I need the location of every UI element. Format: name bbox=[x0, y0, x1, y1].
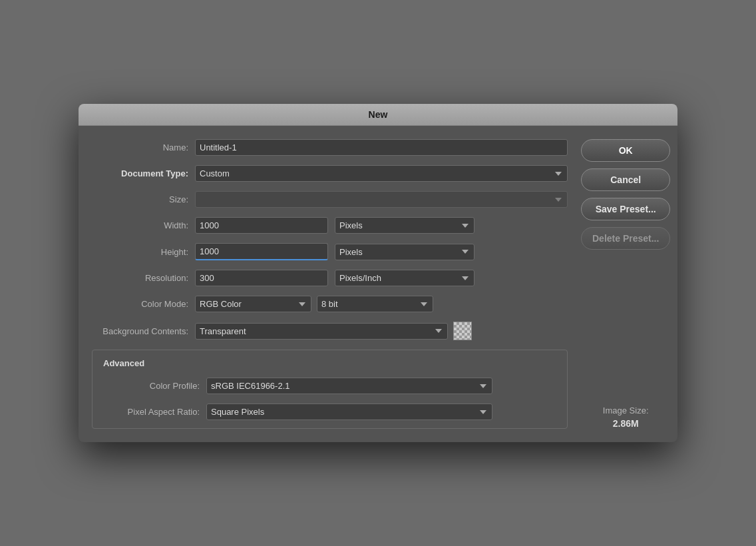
height-input[interactable] bbox=[195, 243, 328, 260]
advanced-title: Advanced bbox=[103, 358, 556, 368]
size-label: Size: bbox=[92, 194, 195, 204]
height-label: Height: bbox=[92, 247, 195, 257]
resolution-input[interactable] bbox=[195, 270, 328, 286]
bg-contents-row: Background Contents: Transparent White B… bbox=[92, 322, 568, 340]
bit-depth-select[interactable]: 8 bit 16 bit 32 bit bbox=[317, 296, 433, 312]
doc-type-label: Document Type: bbox=[92, 168, 195, 178]
new-document-dialog: New Name: Document Type: Custom Default … bbox=[79, 104, 677, 442]
resolution-label: Resolution: bbox=[92, 273, 195, 283]
width-input[interactable] bbox=[195, 217, 328, 234]
size-row: Size: bbox=[92, 191, 568, 208]
image-size-section: Image Size: 2.86M bbox=[581, 392, 670, 429]
pixel-aspect-select[interactable]: Square Pixels D1/DV NTSC (0.91) D1/DV PA… bbox=[206, 404, 492, 420]
color-mode-select[interactable]: Bitmap Grayscale RGB Color CMYK Color La… bbox=[195, 296, 311, 312]
name-label: Name: bbox=[92, 142, 195, 152]
title-text: New bbox=[369, 109, 388, 120]
pixel-aspect-row: Pixel Aspect Ratio: Square Pixels D1/DV … bbox=[103, 404, 556, 420]
doc-type-select[interactable]: Custom Default Photoshop Size Letter Leg… bbox=[195, 165, 568, 182]
color-profile-label: Color Profile: bbox=[103, 381, 206, 391]
width-label: Width: bbox=[92, 220, 195, 230]
advanced-group: Advanced Color Profile: sRGB IEC61966-2.… bbox=[92, 350, 568, 429]
image-size-value: 2.86M bbox=[581, 418, 670, 429]
cancel-button[interactable]: Cancel bbox=[581, 168, 670, 191]
name-row: Name: bbox=[92, 139, 568, 156]
button-area: OK Cancel Save Preset... Delete Preset..… bbox=[581, 139, 670, 429]
size-select[interactable] bbox=[195, 191, 568, 208]
color-profile-row: Color Profile: sRGB IEC61966-2.1 Adobe R… bbox=[103, 378, 556, 394]
color-profile-select[interactable]: sRGB IEC61966-2.1 Adobe RGB (1998) ProPh… bbox=[206, 378, 492, 394]
height-unit-select[interactable]: Pixels Inches Centimeters Millimeters Po… bbox=[335, 244, 474, 260]
delete-preset-button[interactable]: Delete Preset... bbox=[581, 227, 670, 250]
bg-color-swatch[interactable] bbox=[453, 322, 472, 340]
resolution-row: Resolution: Pixels/Inch Pixels/Centimete… bbox=[92, 270, 568, 286]
save-preset-button[interactable]: Save Preset... bbox=[581, 198, 670, 220]
name-input[interactable] bbox=[195, 139, 568, 156]
ok-button[interactable]: OK bbox=[581, 139, 670, 162]
form-area: Name: Document Type: Custom Default Phot… bbox=[92, 139, 568, 429]
pixel-aspect-label: Pixel Aspect Ratio: bbox=[103, 407, 206, 417]
width-row: Width: Pixels Inches Centimeters Millime… bbox=[92, 217, 568, 234]
color-mode-row: Color Mode: Bitmap Grayscale RGB Color C… bbox=[92, 296, 568, 312]
color-mode-label: Color Mode: bbox=[92, 299, 195, 309]
bg-contents-label: Background Contents: bbox=[92, 326, 195, 336]
resolution-unit-select[interactable]: Pixels/Inch Pixels/Centimeter bbox=[335, 270, 474, 286]
image-size-label: Image Size: bbox=[581, 406, 670, 415]
doc-type-row: Document Type: Custom Default Photoshop … bbox=[92, 165, 568, 182]
bg-contents-select[interactable]: Transparent White Background Color bbox=[195, 323, 448, 340]
width-unit-select[interactable]: Pixels Inches Centimeters Millimeters Po… bbox=[335, 217, 474, 234]
dialog-title: New bbox=[79, 104, 677, 126]
height-row: Height: Pixels Inches Centimeters Millim… bbox=[92, 243, 568, 260]
